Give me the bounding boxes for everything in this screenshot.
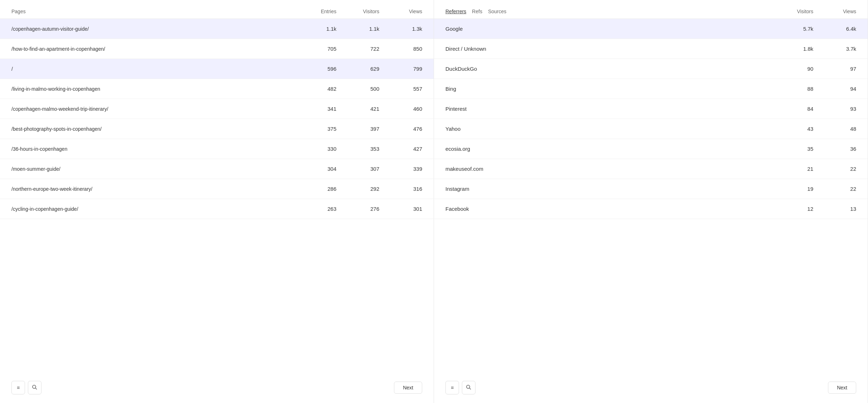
referrer-views: 36 [813,146,856,152]
referrers-table-row[interactable]: makeuseof.com 21 22 [434,159,868,179]
referrer-visitors: 84 [770,106,813,112]
referrer-visitors: 5.7k [770,26,813,32]
referrers-table-row[interactable]: Facebook 12 13 [434,199,868,219]
pages-footer: ≡ Next [0,375,434,394]
page-url: /cycling-in-copenhagen-guide/ [11,206,294,212]
page-entries: 330 [294,146,336,152]
referrer-tab-refs[interactable]: Refs [472,9,482,14]
referrer-views: 22 [813,166,856,172]
page-entries: 341 [294,106,336,112]
page-entries: 375 [294,126,336,132]
page-views: 460 [379,106,422,112]
page-views: 427 [379,146,422,152]
referrers-table-row[interactable]: ecosia.org 35 36 [434,139,868,159]
svg-point-0 [33,385,36,388]
referrers-table-row[interactable]: Direct / Unknown 1.8k 3.7k [434,39,868,59]
page-views: 1.3k [379,26,422,32]
page-views: 799 [379,66,422,72]
referrers-footer-icons: ≡ [445,381,475,394]
referrers-table-row[interactable]: Instagram 19 22 [434,179,868,199]
page-entries: 1.1k [294,26,336,32]
pages-table-row[interactable]: /living-in-malmo-working-in-copenhagen 4… [0,79,434,99]
referrers-table-row[interactable]: Bing 88 94 [434,79,868,99]
referrer-visitors: 1.8k [770,46,813,52]
page-url: /copenhagen-malmo-weekend-trip-itinerary… [11,106,294,112]
page-visitors: 353 [336,146,379,152]
page-url: /living-in-malmo-working-in-copenhagen [11,86,294,92]
referrer-visitors: 19 [770,186,813,192]
referrers-col-views: Views [813,9,856,14]
referrer-views: 94 [813,86,856,92]
referrer-name: Instagram [445,186,770,192]
referrer-tab-referrers[interactable]: Referrers [445,9,466,14]
page-views: 850 [379,46,422,52]
page-visitors: 629 [336,66,379,72]
page-entries: 705 [294,46,336,52]
page-visitors: 500 [336,86,379,92]
pages-table-row[interactable]: /best-photography-spots-in-copenhagen/ 3… [0,119,434,139]
page-visitors: 421 [336,106,379,112]
page-url: /best-photography-spots-in-copenhagen/ [11,126,294,132]
referrers-next-button[interactable]: Next [828,382,856,394]
referrers-panel: ReferrersRefsSources Visitors Views Goog… [434,0,868,403]
pages-search-button[interactable] [28,381,41,394]
referrer-views: 93 [813,106,856,112]
referrers-table-row[interactable]: Yahoo 43 48 [434,119,868,139]
pages-table-row[interactable]: /cycling-in-copenhagen-guide/ 263 276 30… [0,199,434,219]
search-icon [32,384,38,391]
pages-table-row[interactable]: /copenhagen-malmo-weekend-trip-itinerary… [0,99,434,119]
page-url: /copenhagen-autumn-visitor-guide/ [11,26,294,32]
pages-table-header: Pages Entries Visitors Views [0,9,434,19]
referrers-list-button[interactable]: ≡ [445,381,459,394]
pages-table-row[interactable]: /copenhagen-autumn-visitor-guide/ 1.1k 1… [0,19,434,39]
referrer-name: Facebook [445,206,770,212]
page-entries: 286 [294,186,336,192]
referrers-table-row[interactable]: DuckDuckGo 90 97 [434,59,868,79]
pages-col-visitors: Visitors [336,9,379,14]
referrers-table-header: ReferrersRefsSources Visitors Views [434,9,868,19]
page-views: 557 [379,86,422,92]
svg-point-2 [467,385,470,388]
page-views: 316 [379,186,422,192]
referrer-visitors: 35 [770,146,813,152]
page-url: /how-to-find-an-apartment-in-copenhagen/ [11,46,294,52]
pages-list-button[interactable]: ≡ [11,381,25,394]
list-icon: ≡ [451,385,454,390]
page-url: / [11,66,294,72]
page-entries: 596 [294,66,336,72]
referrers-table-row[interactable]: Pinterest 84 93 [434,99,868,119]
pages-next-button[interactable]: Next [394,382,422,394]
referrer-tab-sources[interactable]: Sources [488,9,506,14]
referrer-visitors: 12 [770,206,813,212]
referrer-visitors: 88 [770,86,813,92]
page-url: /northern-europe-two-week-itinerary/ [11,186,294,192]
referrer-visitors: 90 [770,66,813,72]
pages-table-row[interactable]: /36-hours-in-copenhagen 330 353 427 [0,139,434,159]
pages-col-pages: Pages [11,9,294,14]
page-visitors: 276 [336,206,379,212]
referrer-name: Bing [445,86,770,92]
pages-table-row[interactable]: /northern-europe-two-week-itinerary/ 286… [0,179,434,199]
page-visitors: 1.1k [336,26,379,32]
page-views: 476 [379,126,422,132]
pages-col-entries: Entries [294,9,336,14]
page-url: /moen-summer-guide/ [11,166,294,172]
referrer-name: ecosia.org [445,146,770,152]
list-icon: ≡ [17,385,20,390]
referrers-table-row[interactable]: Google 5.7k 6.4k [434,19,868,39]
pages-table-row[interactable]: /how-to-find-an-apartment-in-copenhagen/… [0,39,434,59]
svg-line-3 [469,388,471,389]
referrers-table-body: Google 5.7k 6.4k Direct / Unknown 1.8k 3… [434,19,868,372]
pages-table-body: /copenhagen-autumn-visitor-guide/ 1.1k 1… [0,19,434,372]
referrer-views: 13 [813,206,856,212]
referrer-views: 97 [813,66,856,72]
referrers-search-button[interactable] [462,381,475,394]
page-views: 339 [379,166,422,172]
svg-line-1 [35,388,37,389]
page-visitors: 722 [336,46,379,52]
referrer-visitors: 21 [770,166,813,172]
page-visitors: 397 [336,126,379,132]
pages-table-row[interactable]: / 596 629 799 [0,59,434,79]
referrer-name: Yahoo [445,126,770,132]
pages-table-row[interactable]: /moen-summer-guide/ 304 307 339 [0,159,434,179]
